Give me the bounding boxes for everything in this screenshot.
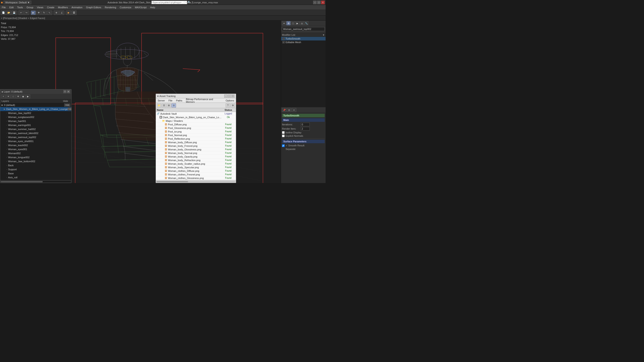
layer-item[interactable]: ◦Woman_tongue002 [0,155,71,159]
asset-list-item[interactable]: 🖼Woman_body_Scatter_radius.pngFound [156,162,236,166]
rotate-button[interactable]: ↻ [42,10,46,15]
smooth-result-checkbox[interactable] [282,144,285,147]
layer-item[interactable]: ◦Woman_leash002 [0,143,71,147]
move-button[interactable]: ✥ [36,10,41,15]
layers-delete-button[interactable]: ✕ [6,94,10,98]
asset-list-item[interactable]: 🖼Woman_body_Fresnel.pngFound [156,144,236,148]
layer-item[interactable]: ◦Woman002 [0,151,71,155]
menu-item-edit[interactable]: Edit [8,5,16,9]
search-input[interactable] [152,1,187,4]
layer-item[interactable]: ◦Axis_roll [0,175,71,179]
layers-freeze-button[interactable]: ❄ [16,94,20,98]
layer-item[interactable]: ◦Woman_summer_hat002 [0,127,71,131]
asset-folder-button[interactable]: 📁 [157,103,161,107]
layer-item[interactable]: ◦Woman_Jaw_bottom002 [0,159,71,163]
menu-item-modifiers[interactable]: Modifiers [56,5,70,9]
menu-item-group[interactable]: Group [24,5,35,9]
layer-item[interactable]: ◦Woman_eyes001 [0,147,71,151]
layers-scrollbar-thumb[interactable] [1,181,43,182]
new-button[interactable]: 📄 [1,10,6,15]
pin-stack-button[interactable]: 📌 [282,108,286,112]
asset-close-button[interactable]: ✕ [232,94,234,98]
asset-help-button[interactable]: ? [226,103,230,107]
menu-item-customize[interactable]: Customize [118,5,133,9]
open-button[interactable]: 📂 [6,10,11,15]
layer-item[interactable]: ◦Back [0,163,71,167]
layer-item[interactable]: ◦Woman_earrings001 [0,123,71,127]
scale-button[interactable]: ⤡ [47,10,52,15]
layer-item[interactable]: ◦Woman_swimsuit_bikini002 [0,131,71,135]
asset-minimize-button[interactable]: – [224,94,228,98]
asset-maximize-button[interactable]: □ [228,94,231,98]
menu-item-views[interactable]: Views [35,5,45,9]
asset-list[interactable]: 🔗Autodesk VaultLogged🔲Dark_Skin_Women_in… [156,112,236,180]
asset-list-item[interactable]: 🖼Pool_ior.pngFound [156,130,236,133]
asset-list-item[interactable]: 🖼Pool_Diffuse.pngFound [156,123,236,126]
layer-item[interactable]: ◦Woman_Jaw_top002 [0,111,71,115]
layers-hide-button[interactable]: ◉ [21,94,25,98]
menu-item-tools[interactable]: Tools [16,5,25,9]
asset-list-button[interactable]: ☰ [162,103,166,107]
asset-list-item[interactable]: 📁Maps / Shaders [156,119,236,123]
layer-item[interactable]: ◦Base [0,171,71,175]
layer-item[interactable]: ▶Dark_Skin_Women_in_Bikini_Lying_on_Chai… [0,107,71,111]
render-button[interactable]: ▶ [66,10,71,15]
show-end-button[interactable]: ⊡ [287,108,291,112]
maximize-button[interactable]: □ [317,1,321,4]
close-button[interactable]: ✕ [321,1,325,4]
render-scene-button[interactable]: 🖼 [72,10,76,15]
asset-scrollbar-thumb[interactable] [156,181,188,182]
main-section-header[interactable]: Main [282,118,325,122]
workspace-selector[interactable]: Workspace: Default ▼ [4,1,31,4]
asset-list-item[interactable]: 🖼Woman_body_Diffuse.pngFound [156,141,236,144]
layer-item[interactable]: ◦Support [0,167,71,171]
asset-settings-button[interactable]: ⚙ [230,103,235,107]
asset-list-item[interactable]: 🖼Pool_Glossiness.pngFound [156,126,236,130]
menu-item-maxscript[interactable]: MAXScript [133,5,148,9]
asset-horizontal-scrollbar[interactable] [156,180,236,183]
menu-item-graph-editors[interactable]: Graph Editors [84,5,103,9]
turbosmmoth-section-header[interactable]: TurboSmooth [282,114,325,117]
asset-list-item[interactable]: 🖼Woman_clothes_Glossiness.pngFound [156,176,236,180]
redo-button[interactable]: ↪ [24,10,29,15]
asset-list-item[interactable]: 🖼Pool_Reflection.pngFound [156,137,236,141]
layer-item[interactable]: ◦Woman_swimsuit_top002 [0,135,71,139]
turbosmmoth-checkbox[interactable]: ✓ [282,37,285,40]
hierarchy-tab[interactable]: ⬡ [291,21,295,25]
asset-menu-options[interactable]: Options [224,99,236,102]
layer-item[interactable]: ◦Woman_hair001 [0,119,71,123]
asset-list-item[interactable]: 🖼Woman_body_Normal.pngFound [156,151,236,155]
asset-menu-paths[interactable]: Paths [174,99,184,102]
menu-item-rendering[interactable]: Rendering [103,5,118,9]
utilities-tab[interactable]: 🔧 [304,21,308,25]
asset-menu-file[interactable]: File [166,99,174,102]
asset-list-item[interactable]: 🖼Woman_body_Refraction.pngFound [156,158,236,162]
asset-list-item[interactable]: 🖼Woman_body_Opacity.pngFound [156,155,236,158]
asset-list-item[interactable]: 🖼Pool_Normal.pngFound [156,133,236,137]
layer-item[interactable]: ◦Woman_eyes_shell001 [0,139,71,143]
layers-horizontal-scrollbar[interactable] [0,180,71,183]
modifier-list-dropdown-icon[interactable]: ▼ [322,34,325,36]
menu-item-file[interactable]: File [0,5,8,9]
layer-item[interactable]: ▣0 (default)Hide [0,103,71,107]
layers-render-button[interactable]: ▶ [26,94,30,98]
motion-tab[interactable]: ▶ [296,21,300,25]
layers-list[interactable]: ▣0 (default)Hide▶Dark_Skin_Women_in_Biki… [0,103,71,180]
layers-help-button[interactable]: ? [63,90,66,93]
asset-list-item[interactable]: 🔗Autodesk VaultLogged [156,112,236,115]
isoline-checkbox[interactable] [282,131,285,134]
create-tab[interactable]: ✦ [282,21,286,25]
asset-menu-server[interactable]: Server [156,99,166,102]
asset-list-item[interactable]: 🔲Dark_Skin_Women_in_Bikini_Lying_on_Chai… [156,115,236,119]
iterations-input[interactable] [301,123,310,126]
search-icon[interactable]: 🔍 [188,1,191,4]
save-button[interactable]: 💾 [12,10,16,15]
properties-scroll-area[interactable]: TurboSmooth Main Iterations: Render Iter… [281,113,326,183]
explicit-normals-checkbox[interactable] [282,134,285,137]
modifier-turbosmmoth[interactable]: ✓ TurboSmooth [281,37,326,40]
layers-new-button[interactable]: + [1,94,6,98]
object-name-field[interactable] [282,27,325,31]
asset-active-button[interactable]: ⊟ [172,103,176,107]
surface-params-header[interactable]: Surface Parameters [282,140,325,143]
editable-mesh-checkbox[interactable]: ✓ [282,41,285,43]
